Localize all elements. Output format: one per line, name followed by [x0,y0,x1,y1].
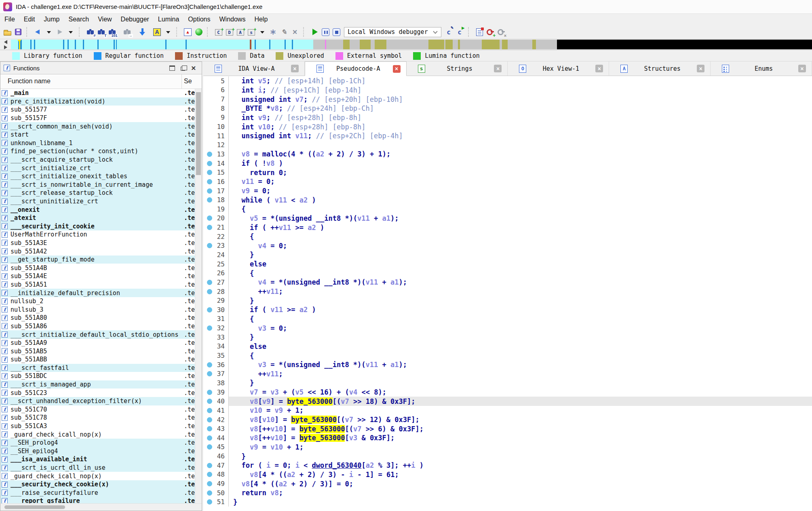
function-row[interactable]: fsub_551A42.te [0,247,195,256]
close-tab-icon[interactable]: × [798,65,806,72]
function-row[interactable]: ffind_pe_section(uchar * const,uint).te [0,147,195,156]
make-literal-button[interactable]: s [246,27,257,38]
code-text[interactable]: v3 = *(unsigned __int8 *)(v11 + a1); [228,360,812,370]
code-text[interactable]: v8[v9] = byte_563000[(v7 >> 18) & 0x3F]; [228,397,812,406]
breakpoint-icon[interactable] [207,225,212,230]
code-text[interactable]: if ( ++v11 >= a2 ) [228,223,812,232]
function-row[interactable]: f__scrt_common_main_seh(void).te [0,122,195,131]
scrollbar-thumb[interactable] [4,505,65,509]
save-database-button[interactable] [13,27,23,38]
menu-jump[interactable]: Jump [39,14,64,25]
function-row[interactable]: f__onexit.te [0,205,195,214]
code-text[interactable]: } [228,250,812,260]
breakpoint-gutter[interactable] [203,399,215,404]
pseudocode-view[interactable]: 5 int v5; // [esp+14h] [ebp-1Ch]6 int i;… [203,76,812,511]
code-text[interactable]: else [228,260,812,269]
code-text[interactable]: else [228,342,812,351]
menu-debugger[interactable]: Debugger [116,14,154,25]
code-text[interactable]: return v8; [228,488,812,498]
navband-strip[interactable] [11,40,812,49]
function-row[interactable]: fsub_551BDC.te [0,372,195,380]
start-debugger-button[interactable] [309,27,320,38]
code-text[interactable]: while ( v11 < a2 ) [228,195,812,205]
scrollbar-thumb[interactable] [196,92,201,175]
code-text[interactable]: } [228,497,812,507]
function-row[interactable]: fnullsub_3.te [0,305,195,314]
code-text[interactable]: v5 = *(unsigned __int8 *)(v11 + a1); [228,214,812,223]
close-tab-icon[interactable]: × [291,65,299,72]
code-text[interactable]: { [228,205,812,214]
breakpoint-gutter[interactable] [203,435,215,441]
breakpoint-icon[interactable] [207,243,212,248]
function-row[interactable]: f__scrt_unhandled_exception_filter(x).te [0,397,195,405]
function-row[interactable]: fsub_551A86.te [0,322,195,331]
code-text[interactable]: v11 = 0; [228,177,812,186]
breakpoint-icon[interactable] [207,399,212,404]
navigate-forward-dropdown[interactable] [65,27,76,38]
function-row[interactable]: f___isa_available_init.te [0,455,195,464]
close-panel-icon[interactable]: ✕ [191,65,196,71]
code-text[interactable]: v9 = 0; [228,186,812,196]
function-row[interactable]: f_atexit.te [0,214,195,222]
breakpoint-gutter[interactable] [203,362,215,367]
navigate-back-button[interactable] [32,27,43,38]
code-text[interactable]: int i; // [esp+1Ch] [ebp-14h] [228,86,812,95]
breakpoint-icon[interactable] [207,307,212,313]
code-text[interactable]: unsigned int v7; // [esp+20h] [ebp-10h] [228,95,812,104]
function-row[interactable]: f___scrt_initialize_onexit_tables.te [0,172,195,181]
function-row[interactable]: fsub_551AB5.te [0,347,195,355]
function-row[interactable]: f_main.te [0,89,195,97]
code-text[interactable]: v8[++v10] = byte_563000[(v7 >> 6) & 0x3F… [228,424,812,433]
code-text[interactable]: int v10; // [esp+28h] [ebp-8h] [228,122,812,131]
maximize-panel-icon[interactable] [169,65,175,71]
column-segment[interactable]: Se [184,78,192,85]
tab-enums[interactable]: Enums× [711,61,812,76]
breakpoint-gutter[interactable] [203,444,215,450]
code-text[interactable]: ++v11; [228,287,812,296]
attach-script-button[interactable]: ✎ [443,27,454,38]
database-notepad-button[interactable] [474,27,485,38]
breakpoint-icon[interactable] [207,362,212,367]
tab-strings[interactable]: Strings× [407,61,508,76]
make-literal-dropdown[interactable] [257,27,268,38]
code-text[interactable]: int v5; // [esp+14h] [ebp-1Ch] [228,76,812,86]
code-text[interactable]: unsigned int v11; // [esp+2Ch] [ebp-4h] [228,131,812,141]
breakpoint-gutter[interactable] [203,371,215,376]
code-text[interactable]: int v9; // [esp+28h] [ebp-8h] [228,113,812,122]
open-file-button[interactable] [2,27,13,38]
function-row[interactable]: f___scrt_is_ucrt_dll_in_use.te [0,464,195,472]
navband-left-arrow-icon[interactable] [4,40,7,44]
code-text[interactable]: if ( v11 >= a2 ) [228,305,812,315]
breakpoint-icon[interactable] [207,188,212,194]
breakpoint-icon[interactable] [207,463,212,468]
function-row[interactable]: f___scrt_uninitialize_crt.te [0,197,195,206]
breakpoint-gutter[interactable] [203,225,215,230]
breakpoint-icon[interactable] [207,408,212,413]
breakpoint-gutter[interactable] [203,152,215,157]
code-text[interactable]: _BYTE *v8; // [esp+24h] [ebp-Ch] [228,104,812,113]
code-text[interactable]: v8[4 * ((a2 + 2) / 3)] = 0; [228,479,812,488]
breakpoint-icon[interactable] [207,280,212,285]
breakpoint-gutter[interactable] [203,215,215,221]
code-text[interactable]: { [228,268,812,278]
function-row[interactable]: fsub_551C23.te [0,389,195,397]
tab-ida-view-a[interactable]: IDA View-A× [203,61,305,76]
breakpoint-gutter[interactable] [203,472,215,477]
breakpoint-icon[interactable] [207,481,212,486]
breakpoint-gutter[interactable] [203,289,215,294]
undefine-button[interactable] [289,27,300,38]
navband-right-arrow-icon[interactable] [4,45,7,49]
lumina-button[interactable] [193,27,204,38]
breakpoint-gutter[interactable] [203,499,215,505]
functions-horizontal-scrollbar[interactable] [0,503,202,511]
breakpoint-icon[interactable] [207,490,212,496]
make-string-button[interactable]: A [235,27,246,38]
search-text-button[interactable]: T [96,27,107,38]
breakpoint-gutter[interactable] [203,390,215,395]
breakpoint-gutter[interactable] [203,188,215,194]
highlight-color-dropdown[interactable] [162,27,173,38]
function-row[interactable]: fstart.te [0,131,195,139]
code-text[interactable]: { [228,232,812,241]
breakpoint-gutter[interactable] [203,307,215,313]
function-row[interactable]: fnullsub_2.te [0,297,195,306]
